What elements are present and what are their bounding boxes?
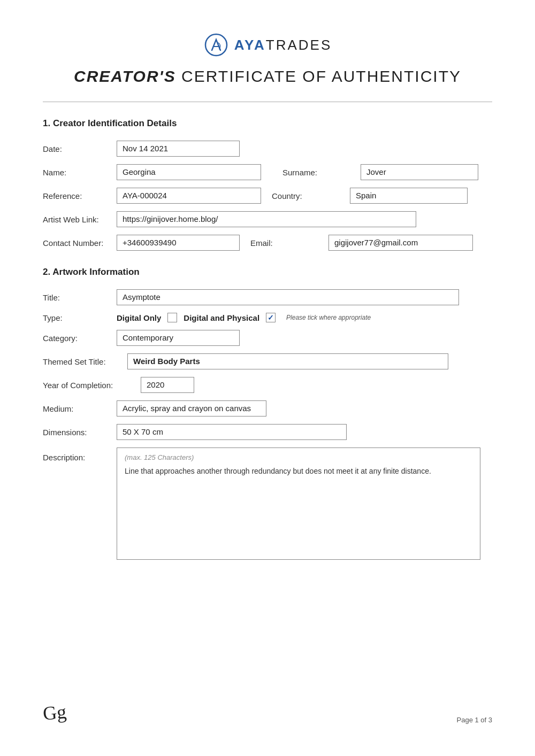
doc-title-rest: CERTIFICATE OF AUTHENTICITY xyxy=(176,67,461,85)
description-box[interactable]: (max. 125 Characters) Line that approach… xyxy=(117,448,480,560)
reference-row: Reference: AYA-000024 Country: Spain xyxy=(43,188,492,204)
reference-field[interactable]: AYA-000024 xyxy=(117,188,261,204)
surname-field[interactable]: Jover xyxy=(361,164,478,180)
type-digital-only-label: Digital Only xyxy=(117,313,161,322)
contact-label: Contact Number: xyxy=(43,238,112,248)
surname-label: Surname: xyxy=(282,168,352,177)
date-field[interactable]: Nov 14 2021 xyxy=(117,141,240,157)
category-field[interactable]: Contemporary xyxy=(117,330,240,346)
country-group: Country: Spain xyxy=(272,188,468,204)
category-label: Category: xyxy=(43,334,112,343)
section1-title: 1. Creator Identification Details xyxy=(43,118,492,129)
year-field[interactable]: 2020 xyxy=(141,377,194,393)
country-field[interactable]: Spain xyxy=(350,188,468,204)
section-artwork-information: 2. Artwork Information Title: Asymptote … xyxy=(43,267,492,560)
country-label: Country: xyxy=(272,191,341,200)
year-row: Year of Completion: 2020 xyxy=(43,377,492,393)
artwork-title-field[interactable]: Asymptote xyxy=(117,289,459,305)
name-label: Name: xyxy=(43,168,112,177)
type-note: Please tick where appropriate xyxy=(286,314,371,321)
type-label: Type: xyxy=(43,313,112,322)
date-label: Date: xyxy=(43,144,112,153)
reference-label: Reference: xyxy=(43,191,112,200)
svg-point-0 xyxy=(205,34,227,56)
medium-label: Medium: xyxy=(43,404,112,413)
checkmark-icon: ✓ xyxy=(268,313,274,322)
type-row: Type: Digital Only Digital and Physical … xyxy=(43,313,492,322)
description-placeholder: (max. 125 Characters) xyxy=(125,453,472,461)
title-divider xyxy=(43,102,492,102)
dimensions-field[interactable]: 50 X 70 cm xyxy=(117,424,347,440)
category-row: Category: Contemporary xyxy=(43,330,492,346)
weblink-row: Artist Web Link: https://ginijover.home.… xyxy=(43,211,492,227)
logo-aya: AYA xyxy=(234,37,266,53)
medium-row: Medium: Acrylic, spray and crayon on can… xyxy=(43,400,492,416)
dimensions-label: Dimensions: xyxy=(43,428,112,437)
description-row: Description: (max. 125 Characters) Line … xyxy=(43,448,492,560)
document-title: CREATOR'S CERTIFICATE OF AUTHENTICITY xyxy=(74,67,461,86)
page-header: AYATRADES CREATOR'S CERTIFICATE OF AUTHE… xyxy=(43,32,492,86)
name-row: Name: Georgina Surname: Jover xyxy=(43,164,492,180)
year-label: Year of Completion: xyxy=(43,381,136,390)
surname-group: Surname: Jover xyxy=(282,164,478,180)
email-label: Email: xyxy=(250,238,320,248)
themed-set-field[interactable]: Weird Body Parts xyxy=(127,353,448,369)
signature: Gg xyxy=(42,700,67,725)
section-creator-identification: 1. Creator Identification Details Date: … xyxy=(43,118,492,251)
weblink-label: Artist Web Link: xyxy=(43,215,112,224)
page-footer: Gg Page 1 of 3 xyxy=(43,701,492,724)
name-field[interactable]: Georgina xyxy=(117,164,261,180)
description-label: Description: xyxy=(43,453,112,462)
date-row: Date: Nov 14 2021 xyxy=(43,141,492,157)
email-group: Email: gigijover77@gmail.com xyxy=(250,235,473,251)
contact-row: Contact Number: +34600939490 Email: gigi… xyxy=(43,235,492,251)
logo-icon xyxy=(203,32,229,58)
type-digital-physical-checkbox[interactable]: ✓ xyxy=(266,313,276,322)
email-field[interactable]: gigijover77@gmail.com xyxy=(328,235,473,251)
type-digital-only-checkbox[interactable] xyxy=(167,313,177,322)
dimensions-row: Dimensions: 50 X 70 cm xyxy=(43,424,492,440)
artwork-title-label: Title: xyxy=(43,293,112,302)
contact-field[interactable]: +34600939490 xyxy=(117,235,240,251)
themed-set-row: Themed Set Title: Weird Body Parts xyxy=(43,353,492,369)
page-info: Page 1 of 3 xyxy=(457,716,493,724)
themed-set-label: Themed Set Title: xyxy=(43,357,123,366)
logo-trades: TRADES xyxy=(266,37,332,53)
description-text: Line that approaches another through red… xyxy=(125,466,472,477)
logo-text: AYATRADES xyxy=(234,37,332,53)
weblink-field[interactable]: https://ginijover.home.blog/ xyxy=(117,211,416,227)
artwork-title-row: Title: Asymptote xyxy=(43,289,492,305)
logo-row: AYATRADES xyxy=(203,32,332,58)
section2-title: 2. Artwork Information xyxy=(43,267,492,277)
medium-field[interactable]: Acrylic, spray and crayon on canvas xyxy=(117,400,266,416)
type-digital-physical-label: Digital and Physical xyxy=(184,313,259,322)
type-options: Digital Only Digital and Physical ✓ Plea… xyxy=(117,313,371,322)
doc-title-bold: CREATOR'S xyxy=(74,67,176,85)
